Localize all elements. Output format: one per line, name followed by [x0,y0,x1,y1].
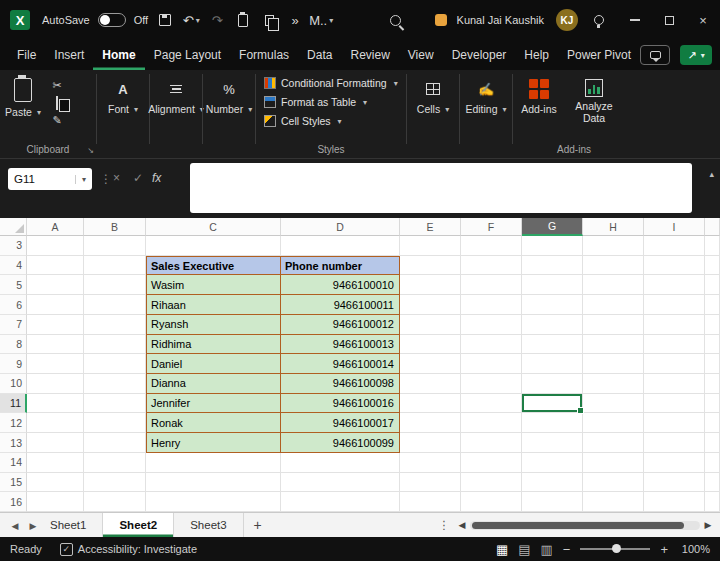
cell-F6[interactable] [461,295,522,315]
row-header-10[interactable]: 10 [0,374,27,394]
cell-E10[interactable] [400,374,461,394]
cell-A6[interactable] [27,295,84,315]
cell-E11[interactable] [400,394,461,414]
cell-G6[interactable] [522,295,583,315]
cell-C7[interactable]: Ryansh [146,315,281,335]
cell-A15[interactable] [27,473,84,493]
autosave-toggle[interactable] [98,13,126,27]
cell-E7[interactable] [400,315,461,335]
cell-A12[interactable] [27,413,84,433]
cell-H15[interactable] [583,473,644,493]
sheet-tab-sheet3[interactable]: Sheet3 [174,513,243,537]
document-name-menu[interactable]: M..▾ [309,8,333,32]
cell-F15[interactable] [461,473,522,493]
cell-C10[interactable]: Dianna [146,374,281,394]
cell-F5[interactable] [461,275,522,295]
cell-A16[interactable] [27,492,84,512]
new-sheet-button[interactable]: + [244,513,272,537]
cell-B16[interactable] [84,492,146,512]
column-header-i[interactable]: I [644,218,705,236]
zoom-in-button[interactable]: + [660,542,668,557]
quick-access-overflow-button[interactable]: » [283,8,307,32]
ribbon-tab-developer[interactable]: Developer [443,40,516,70]
row-header-16[interactable]: 16 [0,492,27,512]
cell-D14[interactable] [281,453,400,473]
cell-F13[interactable] [461,433,522,453]
cell-C14[interactable] [146,453,281,473]
scroll-right-icon[interactable]: ▶ [700,520,716,530]
cell-C5[interactable]: Wasim [146,275,281,295]
cell-F10[interactable] [461,374,522,394]
cell-F3[interactable] [461,236,522,256]
ribbon-tab-view[interactable]: View [399,40,443,70]
format-painter-button[interactable]: ✎ [52,114,61,127]
close-button[interactable]: × [686,0,720,40]
row-header-8[interactable]: 8 [0,335,27,355]
cell-I15[interactable] [644,473,705,493]
cell-F14[interactable] [461,453,522,473]
copy-quick-button[interactable] [257,8,281,32]
cell-I14[interactable] [644,453,705,473]
normal-view-button[interactable]: ▦ [496,542,508,557]
column-header-f[interactable]: F [461,218,522,236]
cell-I16[interactable] [644,492,705,512]
cell-C4[interactable]: Sales Executive [146,256,281,276]
cell-E9[interactable] [400,354,461,374]
cell-I6[interactable] [644,295,705,315]
row-header-3[interactable]: 3 [0,236,27,256]
addins-button[interactable]: Add-ins [513,70,565,115]
ribbon-tab-home[interactable]: Home [93,40,144,70]
column-header-e[interactable]: E [400,218,461,236]
maximize-button[interactable] [652,0,686,40]
column-header-b[interactable]: B [84,218,146,236]
column-header-h[interactable]: H [583,218,644,236]
ideas-button[interactable] [587,8,611,32]
cell-D15[interactable] [281,473,400,493]
save-button[interactable] [153,8,177,32]
cell-D6[interactable]: 9466100011 [281,295,400,315]
cell-G13[interactable] [522,433,583,453]
cell-E8[interactable] [400,335,461,355]
column-header-a[interactable]: A [27,218,84,236]
cell-A5[interactable] [27,275,84,295]
cell-B8[interactable] [84,335,146,355]
cell-A7[interactable] [27,315,84,335]
cell-A14[interactable] [27,453,84,473]
cell-D3[interactable] [281,236,400,256]
cell-A9[interactable] [27,354,84,374]
cell-G4[interactable] [522,256,583,276]
sheet-options-icon[interactable]: ⋮ [434,513,454,537]
cell-D9[interactable]: 9466100014 [281,354,400,374]
row-header-6[interactable]: 6 [0,295,27,315]
scroll-left-icon[interactable]: ◀ [454,520,470,530]
cell-A10[interactable] [27,374,84,394]
cancel-entry-button[interactable]: × [113,171,120,185]
cell-I9[interactable] [644,354,705,374]
undo-button[interactable]: ↶▾ [179,8,203,32]
analyze-data-button[interactable]: Analyze Data [565,70,623,124]
cell-A3[interactable] [27,236,84,256]
ribbon-tab-page-layout[interactable]: Page Layout [145,40,230,70]
row-header-13[interactable]: 13 [0,433,27,453]
row-header-14[interactable]: 14 [0,453,27,473]
formula-input[interactable] [190,163,692,213]
cell-F9[interactable] [461,354,522,374]
row-header-12[interactable]: 12 [0,413,27,433]
zoom-slider-thumb[interactable] [612,544,621,553]
ribbon-tab-power-pivot[interactable]: Power Pivot [558,40,640,70]
cell-H6[interactable] [583,295,644,315]
cell-H11[interactable] [583,394,644,414]
cell-B12[interactable] [84,413,146,433]
search-button[interactable] [384,8,408,32]
cell-G5[interactable] [522,275,583,295]
cell-E3[interactable] [400,236,461,256]
select-all-corner[interactable] [0,218,27,236]
paste-button[interactable]: Paste▾ [0,70,46,118]
column-header-g[interactable]: G [522,218,583,236]
insert-function-button[interactable]: fx [152,171,161,185]
cell-G8[interactable] [522,335,583,355]
ribbon-tab-review[interactable]: Review [341,40,398,70]
zoom-out-button[interactable]: − [563,542,571,557]
conditional-formatting-button[interactable]: Conditional Formatting▾ [264,77,398,89]
cell-F12[interactable] [461,413,522,433]
